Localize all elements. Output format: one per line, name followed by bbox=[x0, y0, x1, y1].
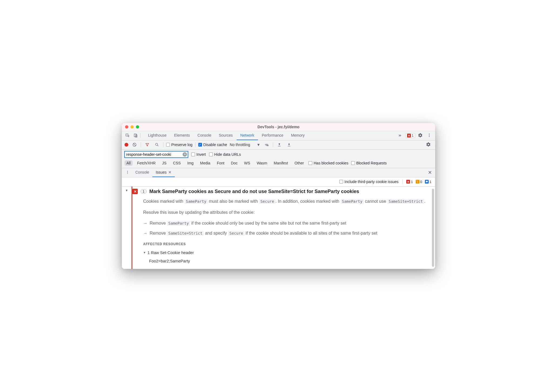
type-js[interactable]: JS bbox=[160, 160, 168, 166]
drawer-kebab-icon[interactable] bbox=[124, 170, 132, 175]
issue-main: ✕ 1 Mark SameParty cookies as Secure and… bbox=[132, 187, 435, 269]
close-drawer-icon[interactable]: ✕ bbox=[427, 170, 433, 175]
issue-gutter: ▼ bbox=[122, 187, 132, 269]
tab-memory[interactable]: Memory bbox=[287, 131, 308, 140]
divider bbox=[140, 133, 140, 138]
checkbox-unchecked-icon bbox=[351, 161, 355, 165]
download-har-icon[interactable] bbox=[286, 141, 293, 148]
more-tabs-button[interactable] bbox=[395, 134, 404, 137]
record-button[interactable] bbox=[125, 143, 128, 147]
clear-filter-icon[interactable]: ✕ bbox=[183, 152, 187, 157]
issues-toolbar: Include third-party cookie issues ✕ 1 ! … bbox=[122, 177, 435, 187]
type-media[interactable]: Media bbox=[198, 160, 212, 166]
svg-point-3 bbox=[429, 134, 430, 134]
issue-bullet-1: → Remove SameParty if the cookie should … bbox=[143, 220, 430, 227]
issue-occurrence-count: 1 bbox=[140, 189, 147, 194]
hide-data-urls-checkbox[interactable]: Hide data URLs bbox=[209, 152, 241, 157]
tab-performance[interactable]: Performance bbox=[258, 131, 287, 140]
network-conditions-icon[interactable] bbox=[263, 141, 270, 148]
blocked-requests-checkbox[interactable]: Blocked Requests bbox=[351, 161, 387, 165]
type-doc[interactable]: Doc bbox=[229, 160, 240, 166]
checkbox-unchecked-icon bbox=[166, 143, 170, 147]
divider bbox=[195, 142, 196, 147]
type-img[interactable]: Img bbox=[185, 160, 195, 166]
code-secure: Secure bbox=[259, 199, 276, 204]
type-fetch-xhr[interactable]: Fetch/XHR bbox=[135, 160, 157, 166]
network-settings-icon[interactable] bbox=[424, 142, 432, 148]
affected-resource-row[interactable]: ▼ 1 Raw Set-Cookie header bbox=[143, 249, 430, 256]
filter-input[interactable] bbox=[125, 151, 188, 158]
error-count-badge[interactable]: ✕ 1 bbox=[405, 133, 415, 138]
resource-type-row: All Fetch/XHR JS CSS Img Media Font Doc … bbox=[122, 159, 435, 168]
type-ws[interactable]: WS bbox=[242, 160, 252, 166]
issue-body: ▼ ✕ 1 Mark SameParty cookies as Secure a… bbox=[122, 187, 435, 269]
type-all[interactable]: All bbox=[125, 160, 133, 166]
error-icon: ✕ bbox=[406, 180, 410, 184]
tab-network[interactable]: Network bbox=[237, 131, 258, 140]
collapse-icon[interactable]: ▼ bbox=[125, 189, 128, 192]
devtools-window: DevTools - jec.fyi/demo Lighthouse Eleme… bbox=[122, 123, 435, 269]
error-count: 1 bbox=[412, 134, 414, 137]
type-other[interactable]: Other bbox=[293, 160, 306, 166]
tab-sources[interactable]: Sources bbox=[215, 131, 236, 140]
clear-icon[interactable] bbox=[131, 141, 138, 148]
panel-tabs: Lighthouse Elements Console Sources Netw… bbox=[144, 131, 394, 140]
divider bbox=[273, 142, 273, 147]
kebab-menu-icon[interactable] bbox=[425, 133, 433, 138]
type-wasm[interactable]: Wasm bbox=[255, 160, 269, 166]
issue-header[interactable]: ✕ 1 Mark SameParty cookies as Secure and… bbox=[132, 189, 430, 194]
tab-elements[interactable]: Elements bbox=[170, 131, 194, 140]
include-third-party-checkbox[interactable]: Include third-party cookie issues bbox=[339, 180, 398, 184]
svg-point-8 bbox=[267, 145, 269, 146]
code-sameparty: SameParty bbox=[341, 199, 364, 204]
upload-har-icon[interactable] bbox=[276, 141, 283, 148]
inspect-element-icon[interactable] bbox=[124, 132, 131, 139]
warning-count-badge[interactable]: ! 0 bbox=[416, 180, 422, 184]
type-css[interactable]: CSS bbox=[171, 160, 183, 166]
settings-icon[interactable] bbox=[416, 133, 424, 138]
svg-point-4 bbox=[429, 135, 430, 136]
blocked-requests-label: Blocked Requests bbox=[356, 161, 387, 165]
hide-data-urls-label: Hide data URLs bbox=[214, 152, 241, 157]
code-samesite-strict: SameSite=Strict bbox=[167, 231, 204, 236]
tab-lighthouse[interactable]: Lighthouse bbox=[144, 131, 170, 140]
issue-description: Cookies marked with SameParty must also … bbox=[132, 198, 430, 264]
info-count-badge[interactable]: 1 bbox=[425, 180, 431, 184]
drawer-tab-console[interactable]: Console bbox=[132, 168, 152, 177]
tab-console[interactable]: Console bbox=[194, 131, 215, 140]
issue-title: Mark SameParty cookies as Secure and do … bbox=[149, 189, 359, 194]
dropdown-icon: ▼ bbox=[257, 143, 260, 147]
throttling-select[interactable]: No throttling ▼ bbox=[230, 143, 260, 147]
filter-icon[interactable] bbox=[144, 141, 151, 148]
checkbox-unchecked-icon bbox=[339, 180, 343, 184]
device-toggle-icon[interactable] bbox=[132, 132, 139, 139]
collapse-icon: ▼ bbox=[143, 251, 146, 255]
throttling-label: No throttling bbox=[230, 143, 250, 147]
type-manifest[interactable]: Manifest bbox=[272, 160, 290, 166]
error-icon: ✕ bbox=[407, 134, 411, 137]
svg-point-7 bbox=[156, 143, 158, 146]
affected-resources-heading: Affected Resources bbox=[143, 242, 430, 247]
warning-count: 0 bbox=[420, 180, 422, 184]
type-font[interactable]: Font bbox=[215, 160, 226, 166]
titlebar: DevTools - jec.fyi/demo bbox=[122, 123, 435, 131]
error-count-badge[interactable]: ✕ 1 bbox=[406, 180, 413, 184]
divider bbox=[141, 142, 141, 147]
filter-row: ✕ Invert Hide data URLs bbox=[122, 150, 435, 159]
warning-icon: ! bbox=[416, 180, 420, 184]
arrow-icon: → bbox=[143, 220, 147, 227]
blocked-cookies-checkbox[interactable]: Has blocked cookies bbox=[308, 161, 348, 165]
code-sameparty: SameParty bbox=[184, 199, 208, 204]
main-tabstrip: Lighthouse Elements Console Sources Netw… bbox=[122, 131, 435, 140]
preserve-log-checkbox[interactable]: Preserve log bbox=[166, 143, 193, 147]
close-tab-icon[interactable]: ✕ bbox=[168, 170, 172, 174]
search-icon[interactable] bbox=[153, 141, 160, 148]
disable-cache-checkbox[interactable]: ✓ Disable cache bbox=[198, 143, 227, 147]
preserve-log-label: Preserve log bbox=[171, 143, 193, 147]
divider bbox=[163, 142, 163, 147]
scrollbar[interactable] bbox=[432, 189, 434, 267]
disable-cache-label: Disable cache bbox=[203, 143, 227, 147]
invert-label: Invert bbox=[196, 152, 206, 157]
invert-checkbox[interactable]: Invert bbox=[191, 152, 206, 157]
drawer-tab-issues[interactable]: Issues ✕ bbox=[152, 168, 175, 177]
